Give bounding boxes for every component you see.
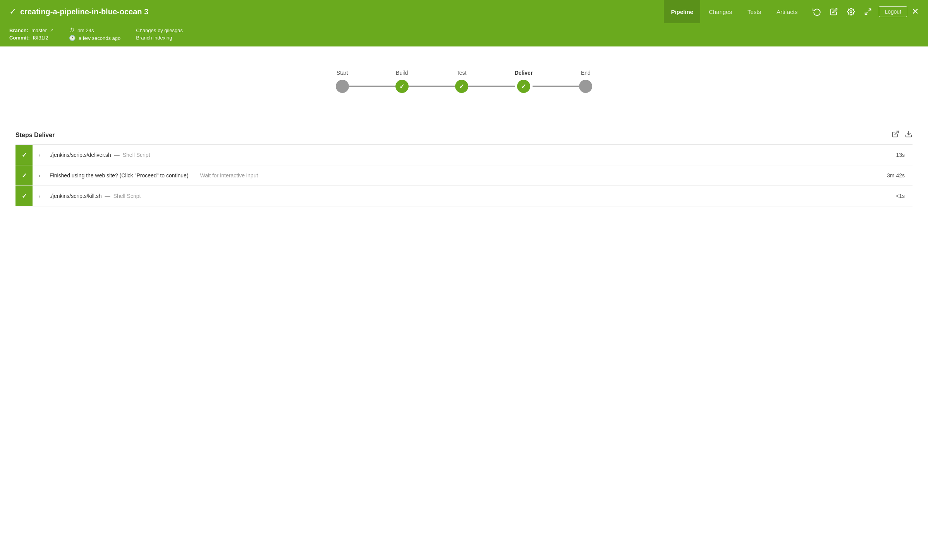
step-3-type: Shell Script: [113, 193, 141, 199]
step-2-check-icon: ✓: [22, 172, 27, 179]
branch-indexing: Branch indexing: [136, 35, 183, 41]
download-icon[interactable]: [905, 130, 913, 140]
step-2-type: Wait for interactive input: [200, 172, 258, 179]
step-2-expand[interactable]: ›: [33, 173, 46, 179]
header-top-bar: ✓ creating-a-pipeline-in-blue-ocean 3 Pi…: [9, 0, 919, 23]
steps-header: Steps Deliver: [15, 124, 913, 145]
stage-end[interactable]: End: [579, 70, 592, 93]
changes-group: Changes by gilesgas Branch indexing: [136, 27, 183, 41]
step-1-expand[interactable]: ›: [33, 152, 46, 158]
branch-label: Branch:: [9, 27, 28, 33]
step-2-name: Finished using the web site? (Click "Pro…: [50, 172, 189, 179]
step-3-name: ./jenkins/scripts/kill.sh: [50, 193, 102, 199]
time-value: a few seconds ago: [79, 35, 120, 41]
connector-4: [533, 86, 579, 87]
step-1-status: ✓: [15, 145, 33, 165]
step-2-duration: 3m 42s: [879, 172, 913, 179]
duration-value: 4m 24s: [77, 27, 94, 33]
stage-start-node: [336, 80, 349, 93]
stage-build[interactable]: Build ✓: [395, 70, 409, 93]
branch-row: Branch: master ↗: [9, 27, 53, 33]
stage-end-node: [579, 80, 592, 93]
commit-row: Commit: f8f31f2: [9, 35, 53, 41]
step-2-content: Finished using the web site? (Click "Pro…: [46, 172, 879, 179]
header-actions: Logout ✕: [811, 5, 919, 18]
connector-2: [409, 86, 455, 87]
step-1-duration: 13s: [888, 152, 913, 158]
settings-icon[interactable]: [845, 5, 857, 18]
duration-row: ⏱ 4m 24s: [69, 27, 120, 33]
stage-test-node: ✓: [455, 80, 468, 93]
step-1-dash: —: [114, 152, 120, 158]
step-3-duration: <1s: [888, 193, 913, 199]
classic-view-icon[interactable]: [862, 5, 874, 18]
stage-deliver-label: Deliver: [515, 70, 533, 76]
step-2-dash: —: [192, 172, 197, 179]
tab-artifacts[interactable]: Artifacts: [770, 0, 804, 23]
step-row: ✓ › Finished using the web site? (Click …: [15, 165, 913, 186]
title-area: ✓ creating-a-pipeline-in-blue-ocean 3: [9, 7, 658, 17]
stage-build-label: Build: [396, 70, 408, 76]
step-1-content: ./jenkins/scripts/deliver.sh — Shell Scr…: [46, 152, 888, 158]
main-nav: Pipeline Changes Tests Artifacts: [664, 0, 804, 23]
branch-commit-group: Branch: master ↗ Commit: f8f31f2: [9, 27, 53, 41]
stage-build-node: ✓: [395, 80, 409, 93]
stage-deliver-node: ✓: [517, 80, 530, 93]
connector-3: [468, 86, 515, 87]
step-3-dash: —: [105, 193, 110, 199]
header-meta: Branch: master ↗ Commit: f8f31f2 ⏱ 4m 24…: [9, 23, 919, 46]
changes-by: Changes by gilesgas: [136, 27, 183, 33]
close-icon[interactable]: ✕: [912, 7, 919, 17]
duration-icon: ⏱: [69, 27, 74, 33]
stage-start[interactable]: Start: [336, 70, 349, 93]
deliver-check-icon: ✓: [521, 83, 526, 90]
step-3-content: ./jenkins/scripts/kill.sh — Shell Script: [46, 193, 888, 199]
steps-actions: [892, 130, 913, 140]
step-row: ✓ › ./jenkins/scripts/deliver.sh — Shell…: [15, 145, 913, 165]
stage-test-label: Test: [457, 70, 467, 76]
pipeline-visualization: Start Build ✓ Test ✓ Deliver ✓: [0, 46, 928, 124]
branch-value: master: [31, 27, 47, 33]
svg-line-1: [895, 131, 898, 135]
external-link-steps-icon[interactable]: [892, 130, 899, 140]
step-2-status: ✓: [15, 165, 33, 186]
commit-value: f8f31f2: [33, 35, 48, 41]
stage-deliver[interactable]: Deliver ✓: [515, 70, 533, 93]
step-3-check-icon: ✓: [22, 192, 27, 200]
steps-title: Steps Deliver: [15, 132, 55, 139]
success-check-icon: ✓: [9, 7, 16, 17]
build-check-icon: ✓: [399, 83, 404, 90]
page-title: creating-a-pipeline-in-blue-ocean 3: [20, 7, 148, 16]
svg-point-0: [850, 11, 852, 13]
stage-end-label: End: [581, 70, 591, 76]
step-3-expand[interactable]: ›: [33, 193, 46, 199]
step-1-name: ./jenkins/scripts/deliver.sh: [50, 152, 111, 158]
replay-icon[interactable]: [811, 5, 823, 18]
step-1-type: Shell Script: [123, 152, 150, 158]
stage-start-label: Start: [337, 70, 348, 76]
logout-button[interactable]: Logout: [879, 6, 907, 17]
external-link-icon[interactable]: ↗: [50, 28, 53, 33]
steps-section: Steps Deliver ✓ › .: [0, 124, 928, 206]
time-row: 🕐 a few seconds ago: [69, 35, 120, 41]
step-3-status: ✓: [15, 186, 33, 206]
edit-icon[interactable]: [828, 5, 840, 18]
main-header: ✓ creating-a-pipeline-in-blue-ocean 3 Pi…: [0, 0, 928, 46]
clock-icon: 🕐: [69, 35, 76, 41]
time-group: ⏱ 4m 24s 🕐 a few seconds ago: [69, 27, 120, 41]
stage-test[interactable]: Test ✓: [455, 70, 468, 93]
commit-label: Commit:: [9, 35, 30, 41]
test-check-icon: ✓: [459, 83, 464, 90]
step-row: ✓ › ./jenkins/scripts/kill.sh — Shell Sc…: [15, 186, 913, 206]
connector-1: [349, 86, 395, 87]
tab-tests[interactable]: Tests: [741, 0, 768, 23]
pipeline-stages: Start Build ✓ Test ✓ Deliver ✓: [336, 70, 593, 93]
step-1-check-icon: ✓: [22, 151, 27, 159]
tab-pipeline[interactable]: Pipeline: [664, 0, 700, 23]
tab-changes[interactable]: Changes: [702, 0, 739, 23]
